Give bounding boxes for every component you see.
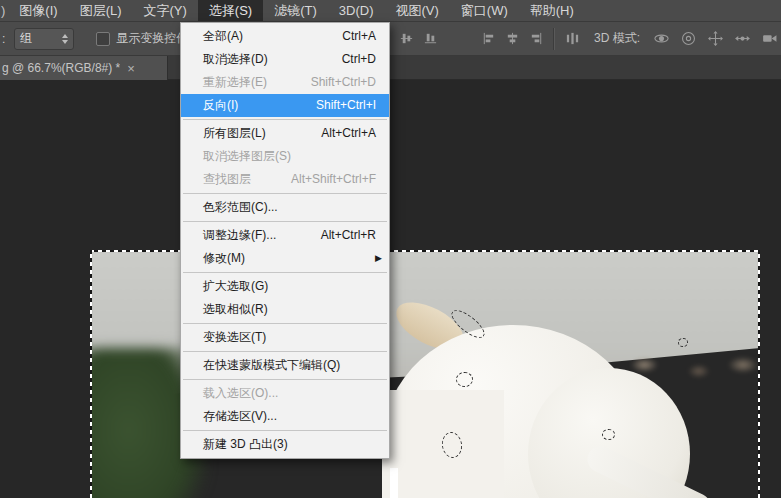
menu-item: 查找图层Alt+Shift+Ctrl+F bbox=[181, 168, 389, 191]
selection-marching-ants-left bbox=[90, 250, 92, 498]
menubar-item[interactable]: 图层(L) bbox=[69, 0, 133, 21]
menu-separator bbox=[183, 119, 387, 120]
menubar-item[interactable]: 3D(D) bbox=[328, 0, 385, 21]
options-label-fragment: : bbox=[2, 32, 5, 46]
3d-mode-label: 3D 模式: bbox=[594, 30, 640, 47]
menu-separator bbox=[183, 430, 387, 431]
align-left-edges-icon[interactable] bbox=[478, 30, 498, 48]
align-right-edges-icon[interactable] bbox=[526, 30, 546, 48]
show-transform-label: 显示变换控件 bbox=[116, 30, 188, 47]
menu-item-label: 取消选择图层(S) bbox=[203, 145, 291, 168]
menubar-item[interactable]: 图像(I) bbox=[8, 0, 68, 21]
menu-separator bbox=[183, 221, 387, 222]
menu-item[interactable]: 选取相似(R) bbox=[181, 298, 389, 321]
menubar: )图像(I)图层(L)文字(Y)选择(S)滤镜(T)3D(D)视图(V)窗口(W… bbox=[0, 0, 781, 22]
menubar-item[interactable]: 文字(Y) bbox=[133, 0, 198, 21]
3d-roll-icon[interactable] bbox=[678, 29, 699, 48]
distribute-horizontal-centers-icon[interactable] bbox=[562, 30, 582, 48]
menu-item: 载入选区(O)... bbox=[181, 382, 389, 405]
chevron-up-down-icon bbox=[62, 34, 68, 44]
menu-item-label: 变换选区(T) bbox=[203, 326, 266, 349]
menu-item[interactable]: 调整边缘(F)...Alt+Ctrl+R bbox=[181, 224, 389, 247]
menubar-item[interactable]: 滤镜(T) bbox=[263, 0, 328, 21]
toolbar-divider bbox=[553, 28, 555, 50]
selection-ants-blob bbox=[602, 429, 615, 440]
options-bar: : 组 显示变换控件 3D 模式: bbox=[0, 22, 781, 56]
menu-item-shortcut: Alt+Ctrl+A bbox=[321, 122, 376, 145]
menu-item[interactable]: 变换选区(T) bbox=[181, 326, 389, 349]
menu-item-label: 查找图层 bbox=[203, 168, 251, 191]
selection-ants-blob bbox=[456, 372, 473, 387]
menu-item[interactable]: 所有图层(L)Alt+Ctrl+A bbox=[181, 122, 389, 145]
dog-edge-shape bbox=[390, 468, 398, 498]
document-tab-bar: g @ 66.7%(RGB/8#) * × bbox=[0, 56, 781, 80]
menu-item-label: 新建 3D 凸出(3) bbox=[203, 433, 288, 456]
menu-item-label: 取消选择(D) bbox=[203, 48, 268, 71]
3d-slide-icon[interactable] bbox=[732, 29, 753, 48]
menu-item-label: 反向(I) bbox=[203, 94, 238, 117]
menubar-item[interactable]: 选择(S) bbox=[198, 0, 263, 21]
selection-marching-ants-right bbox=[758, 250, 760, 498]
menu-item[interactable]: 在快速蒙版模式下编辑(Q) bbox=[181, 354, 389, 377]
show-transform-checkbox[interactable] bbox=[96, 32, 110, 46]
menu-item-shortcut: Ctrl+A bbox=[342, 25, 376, 48]
menu-item[interactable]: 色彩范围(C)... bbox=[181, 196, 389, 219]
menu-item-label: 调整边缘(F)... bbox=[203, 224, 276, 247]
3d-zoom-icon[interactable] bbox=[759, 29, 780, 48]
menu-item-label: 选取相似(R) bbox=[203, 298, 268, 321]
select-menu-panel: 全部(A)Ctrl+A取消选择(D)Ctrl+D重新选择(E)Shift+Ctr… bbox=[180, 22, 390, 459]
align-horizontal-centers-icon[interactable] bbox=[502, 30, 522, 48]
menu-separator bbox=[183, 323, 387, 324]
tab-close-icon[interactable]: × bbox=[127, 62, 135, 75]
align-vertical-centers-icon[interactable] bbox=[396, 30, 416, 48]
menu-item-label: 全部(A) bbox=[203, 25, 243, 48]
menu-item-shortcut: Alt+Shift+Ctrl+F bbox=[291, 168, 376, 191]
menu-separator bbox=[183, 379, 387, 380]
menu-separator bbox=[183, 272, 387, 273]
menu-item-shortcut: Ctrl+D bbox=[342, 48, 376, 71]
menu-item[interactable]: 新建 3D 凸出(3) bbox=[181, 433, 389, 456]
menubar-item[interactable]: ) bbox=[0, 0, 8, 21]
menu-item[interactable]: 修改(M)▶ bbox=[181, 247, 389, 270]
menu-item-label: 载入选区(O)... bbox=[203, 382, 278, 405]
group-mode-select[interactable]: 组 bbox=[14, 28, 74, 50]
menu-item[interactable]: 全部(A)Ctrl+A bbox=[181, 25, 389, 48]
3d-orbit-icon[interactable] bbox=[651, 29, 672, 48]
menu-item: 取消选择图层(S) bbox=[181, 145, 389, 168]
submenu-arrow-icon: ▶ bbox=[375, 247, 382, 270]
menu-separator bbox=[183, 351, 387, 352]
menu-item-label: 重新选择(E) bbox=[203, 71, 267, 94]
menu-item-shortcut: Shift+Ctrl+I bbox=[316, 94, 376, 117]
document-tab-title: g @ 66.7%(RGB/8#) * bbox=[2, 61, 120, 75]
menu-item[interactable]: 存储选区(V)... bbox=[181, 405, 389, 428]
menu-item-label: 在快速蒙版模式下编辑(Q) bbox=[203, 354, 340, 377]
document-tab[interactable]: g @ 66.7%(RGB/8#) * × bbox=[0, 56, 168, 80]
menu-item-shortcut: Alt+Ctrl+R bbox=[321, 224, 376, 247]
group-mode-value: 组 bbox=[20, 30, 32, 47]
options-bar-right-cluster: 3D 模式: bbox=[394, 22, 781, 55]
menu-separator bbox=[183, 193, 387, 194]
menubar-item[interactable]: 帮助(H) bbox=[519, 0, 585, 21]
selection-ants-blob bbox=[678, 338, 688, 347]
menu-item-shortcut: Shift+Ctrl+D bbox=[311, 71, 376, 94]
menu-item-label: 所有图层(L) bbox=[203, 122, 266, 145]
3d-pan-icon[interactable] bbox=[705, 29, 726, 48]
pasteboard bbox=[0, 80, 781, 498]
menu-item-label: 修改(M) bbox=[203, 247, 245, 270]
menu-item[interactable]: 扩大选取(G) bbox=[181, 275, 389, 298]
menu-item-label: 色彩范围(C)... bbox=[203, 196, 278, 219]
align-bottom-edges-icon[interactable] bbox=[420, 30, 440, 48]
photoshop-window: )图像(I)图层(L)文字(Y)选择(S)滤镜(T)3D(D)视图(V)窗口(W… bbox=[0, 0, 781, 498]
menu-item[interactable]: 取消选择(D)Ctrl+D bbox=[181, 48, 389, 71]
menu-item[interactable]: 反向(I)Shift+Ctrl+I bbox=[181, 94, 389, 117]
menubar-item[interactable]: 视图(V) bbox=[384, 0, 449, 21]
menu-item-label: 存储选区(V)... bbox=[203, 405, 277, 428]
menu-item-label: 扩大选取(G) bbox=[203, 275, 268, 298]
menu-item: 重新选择(E)Shift+Ctrl+D bbox=[181, 71, 389, 94]
menubar-item[interactable]: 窗口(W) bbox=[450, 0, 519, 21]
